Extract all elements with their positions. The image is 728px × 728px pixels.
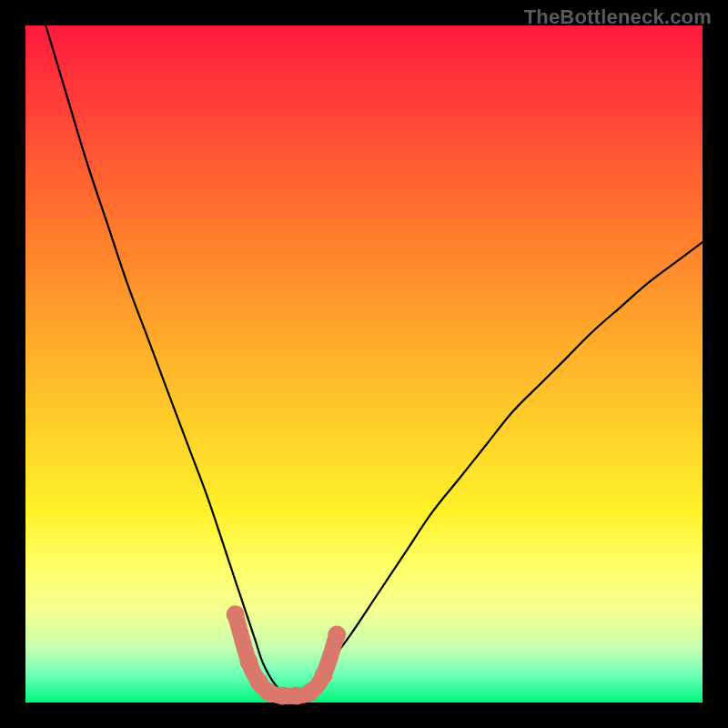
chart-frame: TheBottleneck.com — [0, 0, 728, 728]
optimal-zone-dot — [314, 666, 332, 684]
watermark-text: TheBottleneck.com — [524, 5, 712, 29]
optimal-zone-dot — [240, 652, 258, 671]
bottleneck-curve — [46, 25, 703, 696]
optimal-zone-dot — [301, 683, 319, 702]
optimal-zone-band — [227, 605, 347, 704]
optimal-zone-dot — [227, 605, 245, 623]
chart-svg-layer — [25, 25, 703, 703]
optimal-zone-dot — [328, 626, 346, 644]
